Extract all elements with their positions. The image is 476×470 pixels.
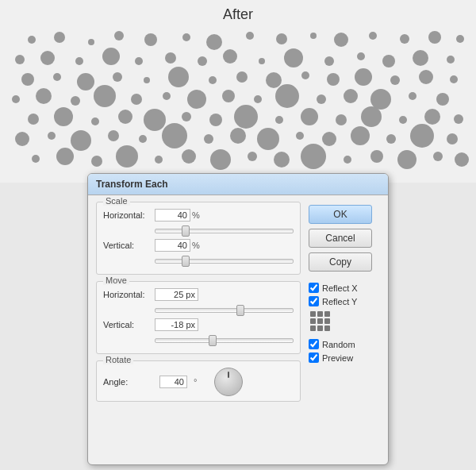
svg-point-81: [204, 134, 213, 144]
reflect-y-label: Reflect Y: [322, 297, 357, 306]
scale-vertical-unit: %: [192, 241, 208, 250]
reflect-y-row: Reflect Y: [309, 296, 380, 306]
svg-point-73: [424, 109, 440, 125]
svg-point-20: [165, 52, 176, 64]
svg-point-55: [317, 94, 326, 104]
rotate-angle-label: Angle:: [103, 377, 155, 387]
svg-point-40: [327, 73, 340, 86]
svg-point-2: [88, 39, 94, 45]
svg-point-48: [94, 85, 116, 107]
scale-horizontal-label: Horizontal:: [103, 210, 155, 220]
svg-point-0: [28, 36, 36, 44]
svg-point-63: [118, 110, 132, 124]
svg-point-19: [135, 57, 143, 65]
reflect-x-checkbox[interactable]: [309, 283, 319, 293]
scale-group: Scale Horizontal: % Vertical: %: [96, 202, 301, 275]
svg-point-1: [54, 32, 65, 43]
svg-point-7: [246, 32, 254, 40]
move-horizontal-slider[interactable]: [155, 308, 294, 313]
preview-checkbox[interactable]: [309, 352, 319, 363]
after-title: After: [0, 0, 476, 23]
move-label: Move: [103, 275, 129, 285]
scale-horizontal-slider[interactable]: [155, 229, 294, 233]
svg-point-68: [275, 116, 283, 124]
scale-horizontal-input[interactable]: [155, 209, 190, 222]
cancel-button[interactable]: Cancel: [309, 229, 372, 248]
svg-point-46: [36, 88, 52, 104]
svg-point-32: [77, 73, 94, 91]
svg-point-99: [301, 144, 326, 169]
svg-point-51: [187, 90, 206, 109]
svg-point-41: [355, 68, 372, 86]
svg-rect-106: [317, 311, 323, 317]
svg-point-17: [75, 57, 83, 65]
svg-point-95: [182, 149, 196, 164]
svg-point-50: [163, 92, 171, 100]
svg-point-62: [91, 118, 99, 125]
svg-point-15: [15, 55, 25, 64]
preview-row: Preview: [309, 352, 380, 363]
svg-point-88: [410, 124, 434, 148]
svg-point-44: [450, 75, 458, 83]
svg-point-74: [454, 114, 463, 124]
ok-button[interactable]: OK: [309, 205, 372, 224]
svg-point-5: [182, 33, 190, 41]
svg-point-102: [397, 150, 416, 169]
random-label: Random: [322, 340, 355, 349]
scale-vertical-input[interactable]: [155, 239, 190, 252]
move-vertical-slider[interactable]: [155, 338, 294, 343]
checkboxes-area: Reflect X Reflect Y: [309, 283, 380, 366]
svg-point-54: [275, 84, 299, 108]
rotate-dial[interactable]: [214, 368, 243, 396]
svg-point-12: [400, 34, 409, 44]
svg-rect-112: [317, 326, 323, 331]
svg-point-6: [206, 34, 222, 50]
svg-point-89: [447, 133, 458, 144]
scale-horizontal-row: Horizontal: %: [103, 209, 294, 222]
move-vertical-label: Vertical:: [103, 320, 155, 329]
move-horizontal-input[interactable]: [155, 288, 198, 301]
svg-point-66: [209, 114, 222, 126]
svg-point-31: [53, 73, 61, 81]
svg-point-30: [21, 73, 34, 86]
rotate-angle-input[interactable]: [159, 376, 187, 388]
svg-rect-111: [310, 326, 316, 331]
svg-point-78: [108, 130, 119, 141]
random-checkbox[interactable]: [309, 339, 319, 349]
reflect-y-checkbox[interactable]: [309, 296, 319, 306]
svg-point-8: [276, 33, 287, 44]
svg-point-67: [234, 105, 258, 129]
svg-point-57: [370, 89, 391, 110]
svg-point-35: [168, 67, 189, 87]
svg-point-96: [210, 149, 231, 170]
dots-area: After: [0, 0, 476, 183]
svg-point-65: [182, 112, 191, 121]
svg-point-64: [144, 109, 166, 131]
transform-each-dialog: Transform Each Scale Horizontal: % Verti…: [87, 173, 389, 465]
svg-point-70: [336, 114, 347, 125]
svg-point-86: [351, 126, 370, 145]
scale-vertical-row: Vertical: %: [103, 239, 294, 252]
svg-point-92: [91, 156, 102, 167]
move-vertical-input[interactable]: [155, 318, 198, 331]
svg-point-101: [370, 150, 383, 163]
svg-point-37: [236, 71, 248, 83]
svg-point-18: [102, 48, 120, 65]
svg-point-45: [12, 95, 20, 103]
dialog-left-panel: Scale Horizontal: % Vertical: %: [96, 202, 301, 408]
move-vertical-slider-row: [103, 334, 294, 345]
svg-point-4: [144, 33, 157, 46]
random-row: Random: [309, 339, 380, 349]
reflect-x-label: Reflect X: [322, 283, 358, 293]
copy-button[interactable]: Copy: [309, 252, 372, 272]
svg-point-83: [257, 128, 279, 150]
svg-point-16: [40, 51, 55, 65]
move-horizontal-label: Horizontal:: [103, 290, 155, 299]
dialog-body: Scale Horizontal: % Vertical: %: [88, 195, 388, 414]
svg-point-11: [369, 32, 377, 40]
svg-point-59: [436, 93, 449, 106]
svg-point-56: [344, 89, 358, 103]
svg-point-28: [413, 50, 428, 66]
dial-mark: [228, 372, 229, 378]
scale-vertical-slider[interactable]: [155, 259, 294, 264]
